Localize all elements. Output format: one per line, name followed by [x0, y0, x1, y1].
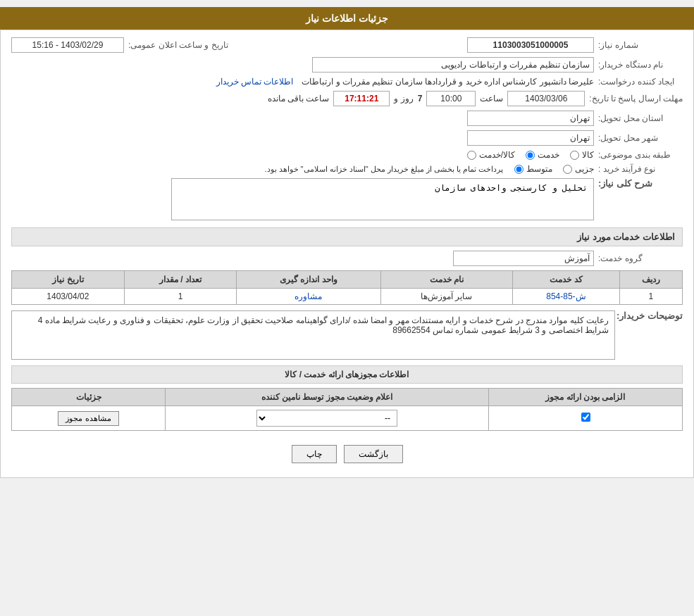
kala-radio[interactable] — [570, 151, 579, 160]
time-remaining: 17:11:21 — [333, 91, 390, 106]
cell-date: 1403/04/02 — [12, 289, 125, 305]
time-remaining-label: ساعت باقی مانده — [268, 94, 330, 103]
deadline-row: مهلت ارسال پاسخ تا تاریخ: 1403/03/06 ساع… — [11, 91, 683, 106]
back-button[interactable]: بازگشت — [344, 445, 403, 463]
service-group-value: آموزش — [453, 251, 594, 266]
need-desc-textarea[interactable] — [171, 178, 594, 220]
kala-label: کالا — [582, 150, 594, 160]
radio-motawaset: متوسط — [514, 164, 552, 174]
need-number-value: 1103003051000005 — [467, 37, 594, 53]
category-label: طبقه بندی موضوعی: — [598, 150, 683, 160]
permit-required-checkbox[interactable] — [581, 413, 590, 422]
view-permit-button[interactable]: مشاهده مجوز — [58, 411, 118, 426]
cell-count: 1 — [124, 289, 237, 305]
permit-table: الزامی بودن ارائه مجوز اعلام وضعیت مجوز … — [11, 388, 683, 431]
buyer-desc-row: توضیحات خریدار: رعایت کلیه موارد مندرج د… — [11, 310, 683, 360]
kala-khadamat-radio[interactable] — [467, 151, 476, 160]
time-label: ساعت — [480, 94, 503, 103]
creator-contact-link[interactable]: اطلاعات تماس خریدار — [216, 77, 294, 87]
days-value: 7 — [418, 94, 423, 103]
buyer-desc-label: توضیحات خریدار: — [619, 310, 683, 321]
motawaset-radio[interactable] — [514, 165, 523, 174]
col-unit: واحد اندازه گیری — [237, 271, 380, 289]
khadamat-radio[interactable] — [526, 151, 535, 160]
province-value: تهران — [467, 111, 594, 126]
need-desc-label: شرح کلی نیاز: — [598, 178, 683, 189]
date-announce-label: تاریخ و ساعت اعلان عمومی: — [128, 40, 241, 50]
content-area: شماره نیاز: 1103003051000005 تاریخ و ساع… — [0, 30, 694, 478]
jozi-label: جزیی — [575, 164, 594, 174]
col-date: تاریخ نیاز — [12, 271, 125, 289]
col-code: کد خدمت — [512, 271, 619, 289]
permit-col-required: الزامی بودن ارائه مجوز — [489, 389, 683, 406]
permit-col-status: اعلام وضعیت مجوز توسط نامین کننده — [166, 389, 489, 406]
deadline-date: 1403/03/06 — [507, 91, 585, 106]
purchase-type-label: نوع فرآیند خرید : — [598, 164, 683, 174]
print-button[interactable]: چاپ — [292, 445, 337, 463]
days-label: روز و — [394, 94, 413, 103]
col-row: ردیف — [619, 271, 682, 289]
creator-value: علیرضا دانشپور کارشناس اداره خرید و قرار… — [302, 77, 594, 87]
col-count: تعداد / مقدار — [124, 271, 237, 289]
permit-required-cell — [489, 406, 683, 431]
button-row: بازگشت چاپ — [11, 438, 683, 470]
city-value: تهران — [467, 130, 594, 146]
need-number-row: شماره نیاز: 1103003051000005 تاریخ و ساع… — [11, 37, 683, 53]
creator-row: ایجاد کننده درخواست: علیرضا دانشپور کارش… — [11, 77, 683, 87]
org-name-value: سازمان تنظیم مقررات و ارتباطات رادیویی — [312, 57, 594, 73]
purchase-note: پرداخت تمام یا بخشی از مبلغ خریدار محل "… — [264, 165, 503, 174]
city-label: شهر محل تحویل: — [598, 133, 683, 143]
purchase-type-radio-group: جزیی متوسط — [514, 164, 594, 174]
need-desc-row: شرح کلی نیاز: — [11, 178, 683, 220]
cell-unit: مشاوره — [237, 289, 380, 305]
province-row: استان محل تحویل: تهران — [11, 111, 683, 126]
services-section-title: اطلاعات خدمات مورد نیاز — [11, 227, 683, 246]
buyer-desc-value: رعایت کلیه موارد مندرج در شرح خدمات و ار… — [11, 310, 615, 360]
need-number-label: شماره نیاز: — [598, 40, 683, 50]
table-row: 1 ش-85-854 سایر آموزش‌ها مشاوره 1 1403/0… — [12, 289, 683, 305]
purchase-type-row: نوع فرآیند خرید : جزیی متوسط پرداخت تمام… — [11, 164, 683, 174]
cell-code: ش-85-854 — [512, 289, 619, 305]
radio-kala: کالا — [570, 150, 594, 160]
date-announce-value: 1403/02/29 - 15:16 — [11, 37, 124, 53]
city-row: شهر محل تحویل: تهران — [11, 130, 683, 146]
permit-details-cell: مشاهده مجوز — [12, 406, 166, 431]
page-wrapper: جزئیات اطلاعات نیاز شماره نیاز: 11030030… — [0, 7, 694, 478]
col-name: نام خدمت — [380, 271, 512, 289]
org-name-row: نام دستگاه خریدار: سازمان تنظیم مقررات و… — [11, 57, 683, 73]
cell-row: 1 — [619, 289, 682, 305]
radio-khadamat: خدمت — [526, 150, 559, 160]
service-group-label: گروه خدمت: — [598, 253, 683, 263]
radio-jozi: جزیی — [563, 164, 594, 174]
page-header: جزئیات اطلاعات نیاز — [0, 7, 694, 30]
motawaset-label: متوسط — [526, 164, 552, 174]
service-group-row: گروه خدمت: آموزش — [11, 251, 683, 266]
permit-status-select[interactable]: -- — [256, 410, 397, 427]
province-label: استان محل تحویل: — [598, 113, 683, 123]
org-name-label: نام دستگاه خریدار: — [598, 60, 683, 70]
deadline-label: مهلت ارسال پاسخ تا تاریخ: — [589, 94, 683, 103]
deadline-time: 10:00 — [426, 91, 476, 106]
khadamat-label: خدمت — [538, 150, 559, 160]
services-table: ردیف کد خدمت نام خدمت واحد اندازه گیری ت… — [11, 270, 683, 305]
category-radio-group: کالا خدمت کالا/خدمت — [467, 150, 594, 160]
permit-table-row: -- مشاهده مجوز — [12, 406, 683, 431]
kala-khadamat-label: کالا/خدمت — [479, 150, 515, 160]
permit-col-details: جزئیات — [12, 389, 166, 406]
cell-name: سایر آموزش‌ها — [380, 289, 512, 305]
jozi-radio[interactable] — [563, 165, 572, 174]
page-title: جزئیات اطلاعات نیاز — [306, 13, 388, 24]
category-row: طبقه بندی موضوعی: کالا خدمت کالا/خدمت — [11, 150, 683, 160]
permit-status-cell: -- — [166, 406, 489, 431]
creator-label: ایجاد کننده درخواست: — [598, 77, 683, 87]
radio-kala-khadamat: کالا/خدمت — [467, 150, 515, 160]
permit-section-title: اطلاعات مجوزهای ارائه خدمت / کالا — [11, 365, 683, 384]
